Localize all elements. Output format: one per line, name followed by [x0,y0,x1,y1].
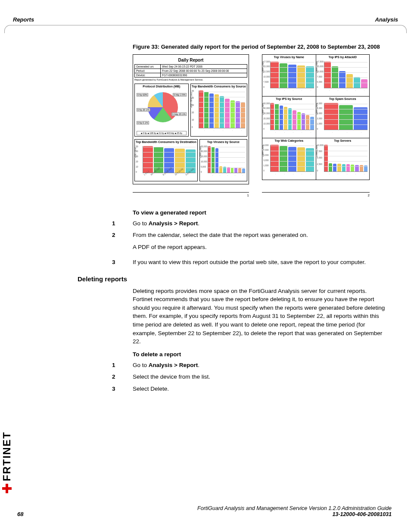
pie-legend: ■ 0.ftp ■ 128.ftp ■ 21.ftp ■ 443.http ■ … [137,131,187,135]
chart-spam: Top Spam Sources Event Count 6,0005,0004… [316,96,370,138]
pie-label: 0.http 20.1% [171,112,187,116]
step-text: Go to Analysis > Report. [133,361,385,370]
proc-view-title: To view a generated report [133,209,385,216]
step-text: If you want to view this report outside … [133,258,385,267]
step-text: Select the device from the list. [133,373,385,381]
page-number: 68 [17,511,23,517]
chart-title: Top Viruses by Source [200,140,247,144]
brand-logo: FRTINET [1,432,13,493]
chart-title: Top Viruses by Name [262,55,316,59]
chart-protocol-dist: Protocol Distribution (MB) 0.ftp 63% 0.h… [134,84,189,137]
report-info-table: Generated on:Wed Sep 24 06:15:22 PDT 200… [134,64,247,78]
chart-title: Top IPS by Source [262,96,316,101]
report-subpage-2: 2 [262,192,370,197]
chart-vir-src: Top Viruses by Source Event Count 25,000… [199,139,247,181]
report-page-2: Top Viruses by Name Event Count 17,50015… [262,54,370,180]
pie-label: 0.http 2.5% [173,93,187,96]
chart-title: Top IPS by AttackID [316,55,370,59]
deleting-para: Deleting reports provides more space on … [133,287,385,346]
report-title: Daily Report [134,58,247,62]
header-rule [4,25,407,33]
chart-title: Top Bandwidth Consumers by Destination [135,140,197,144]
chart-web: Top Web Categories Event Count 9,0007,00… [262,138,316,180]
fortinet-icon [2,484,12,493]
chart-bw-dst: Top Bandwidth Consumers by Destination T… [134,139,198,181]
chart-title: Top Spam Sources [316,96,370,101]
heading-deleting: Deleting reports [78,275,385,283]
step-text: Go to Analysis > Report. [133,219,385,228]
period-value: From 22 Sep 2008 00:00:00 To 23 Sep 2008… [161,68,247,73]
chart-servers: Top Servers Event Count 10,0007,5005,000… [316,138,370,180]
chart-title: Top Web Categories [262,138,316,143]
figure-area: Daily Report Generated on:Wed Sep 24 06:… [133,54,385,184]
chart-bw-src: Top Bandwidth Consumers by Source Total … [190,84,247,137]
header-left: Reports [13,16,34,23]
pie-label: 0.ftp 20.1% [137,108,150,112]
period-label: Period: [135,68,161,73]
device-value: FGT-000000031990 [161,73,247,77]
header-right: Analysis [375,16,398,23]
report-subpage-1: 1 [133,192,249,197]
step-text: From the calendar, select the date that … [133,231,385,255]
footer-line2: 13-12000-406-20081031 [13,511,392,517]
gen-value: Wed Sep 24 06:15:22 PDT 2008 [161,64,247,68]
device-label: Device: [135,73,161,77]
pie-icon [148,92,178,122]
chart-ips-attack: Top IPS by AttackID Event Count 17,50015… [316,55,370,96]
chart-title: Top Bandwidth Consumers by Source [191,84,247,89]
chart-title: Top Servers [316,138,370,143]
proc-delete-steps: 1Go to Analysis > Report. 2Select the de… [112,361,385,393]
chart-vir-name: Top Viruses by Name Event Count 17,50015… [262,55,316,96]
pie-label: 0.ftp 0.1% [137,121,149,124]
chart-ips-src: Top IPS by Source Event Count 50,00040,0… [262,96,316,138]
step-text: Select Delete. [133,385,385,393]
proc-delete-title: To delete a report [133,351,385,358]
report-page-1: Daily Report Generated on:Wed Sep 24 06:… [133,54,249,184]
gen-note: Report generated by FortiGuard Analysis … [134,78,247,81]
chart-title: Protocol Distribution (MB) [135,84,188,89]
gen-label: Generated on: [135,64,161,68]
footer: FortiGuard Analysis and Management Servi… [13,505,392,517]
pie-label: 0.ftp 63% [137,93,148,96]
proc-view-steps: 1Go to Analysis > Report. 2From the cale… [112,219,385,267]
footer-line1: FortiGuard Analysis and Management Servi… [13,505,392,511]
step-note: A PDF of the report appears. [133,243,385,252]
figure-caption: Figure 33: Generated daily report for th… [133,43,385,51]
